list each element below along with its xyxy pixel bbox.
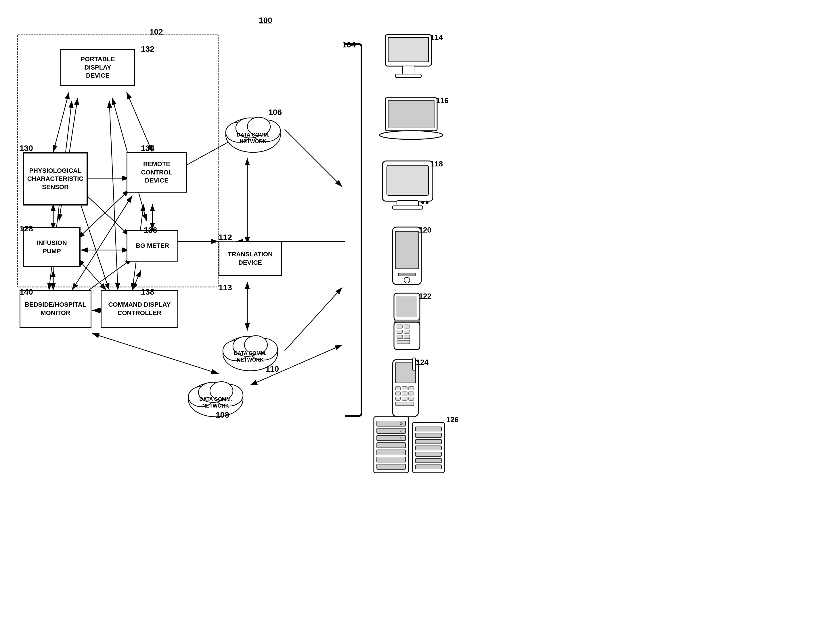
svg-rect-113 <box>415 465 442 469</box>
data-comm-cloud-3: DATA COMM. NETWORK 108 <box>184 371 247 419</box>
svg-rect-77 <box>397 330 403 333</box>
right-bracket <box>345 43 362 417</box>
svg-rect-72 <box>397 296 417 316</box>
svg-text:DATA COMM.: DATA COMM. <box>199 396 232 402</box>
svg-rect-79 <box>397 335 403 339</box>
ref-100: 100 <box>259 16 272 25</box>
svg-rect-62 <box>387 165 428 196</box>
svg-rect-84 <box>413 358 415 371</box>
svg-rect-64 <box>393 206 423 209</box>
svg-rect-109 <box>415 440 442 444</box>
svg-rect-68 <box>395 232 418 269</box>
svg-rect-87 <box>409 387 414 390</box>
svg-rect-112 <box>415 459 442 463</box>
svg-rect-93 <box>409 397 414 401</box>
svg-rect-101 <box>377 457 406 462</box>
svg-rect-57 <box>395 74 421 78</box>
svg-rect-81 <box>397 340 410 344</box>
svg-rect-89 <box>402 392 407 395</box>
svg-point-65 <box>421 201 424 204</box>
physiological-sensor-box: PHYSIOLOGICALCHARACTERISTICSENSOR <box>23 152 88 205</box>
ref-128: 128 <box>20 224 33 233</box>
svg-rect-86 <box>402 387 407 390</box>
diagram-container: 102 100 PORTABLEDISPLAYDEVICE 132 PHYSIO… <box>0 0 840 626</box>
translation-device-box: TRANSLATIONDEVICE <box>219 241 282 276</box>
svg-rect-90 <box>409 392 414 395</box>
flip-phone-icon: 122 <box>386 290 428 355</box>
ref-140: 140 <box>20 287 33 297</box>
ref-102: 102 <box>149 27 163 36</box>
svg-rect-76 <box>404 325 410 328</box>
svg-point-70 <box>404 277 410 283</box>
svg-rect-94 <box>395 402 414 405</box>
command-display-box: COMMAND DISPLAYCONTROLLER <box>101 290 178 328</box>
pda-icon: 120 <box>386 224 428 291</box>
svg-rect-78 <box>404 330 410 333</box>
svg-point-66 <box>426 201 428 204</box>
ref-132: 132 <box>141 45 154 54</box>
ref-130: 130 <box>20 144 33 153</box>
remote-control-box: REMOTECONTROLDEVICE <box>127 152 187 192</box>
svg-point-105 <box>400 437 402 439</box>
svg-rect-99 <box>377 443 406 448</box>
svg-point-104 <box>400 430 402 432</box>
svg-rect-91 <box>395 397 401 401</box>
svg-line-30 <box>285 129 342 187</box>
svg-rect-102 <box>377 464 406 470</box>
ref-113: 113 <box>219 283 232 292</box>
svg-rect-56 <box>403 66 414 75</box>
svg-rect-88 <box>395 392 401 395</box>
laptop-icon: 116 <box>377 95 446 148</box>
svg-rect-107 <box>415 427 442 431</box>
svg-text:DATA COMM.: DATA COMM. <box>237 132 270 138</box>
svg-line-27 <box>92 333 219 374</box>
svg-rect-75 <box>397 325 403 328</box>
portable-display-box: PORTABLEDISPLAYDEVICE <box>60 49 135 86</box>
cell-phone-icon: 124 <box>386 357 426 424</box>
svg-rect-108 <box>415 433 442 437</box>
ref-112: 112 <box>219 233 232 242</box>
svg-rect-111 <box>415 452 442 456</box>
svg-rect-85 <box>395 387 401 390</box>
monitor-icon: 118 <box>377 158 440 217</box>
svg-point-103 <box>400 423 402 425</box>
desktop-icon: 114 <box>377 31 440 90</box>
svg-rect-59 <box>388 100 434 128</box>
svg-rect-110 <box>415 446 442 450</box>
svg-rect-100 <box>377 450 406 455</box>
server-icon: 126 <box>371 414 457 478</box>
svg-rect-55 <box>388 38 428 62</box>
svg-rect-80 <box>404 335 410 339</box>
svg-text:DATA COMM.: DATA COMM. <box>234 351 266 356</box>
svg-text:NETWORK: NETWORK <box>237 357 264 363</box>
data-comm-cloud-1: DATA COMM. NETWORK 106 <box>221 106 285 155</box>
svg-rect-69 <box>398 273 415 276</box>
svg-rect-92 <box>402 397 407 401</box>
svg-point-60 <box>379 131 443 139</box>
data-comm-cloud-2: DATA COMM. NETWORK 110 <box>219 325 282 374</box>
ref-136: 136 <box>144 225 157 235</box>
svg-text:NETWORK: NETWORK <box>240 139 266 144</box>
ref-138: 138 <box>141 287 154 297</box>
svg-line-29 <box>285 287 342 351</box>
svg-text:NETWORK: NETWORK <box>202 403 229 409</box>
ref-134: 134 <box>141 144 154 153</box>
